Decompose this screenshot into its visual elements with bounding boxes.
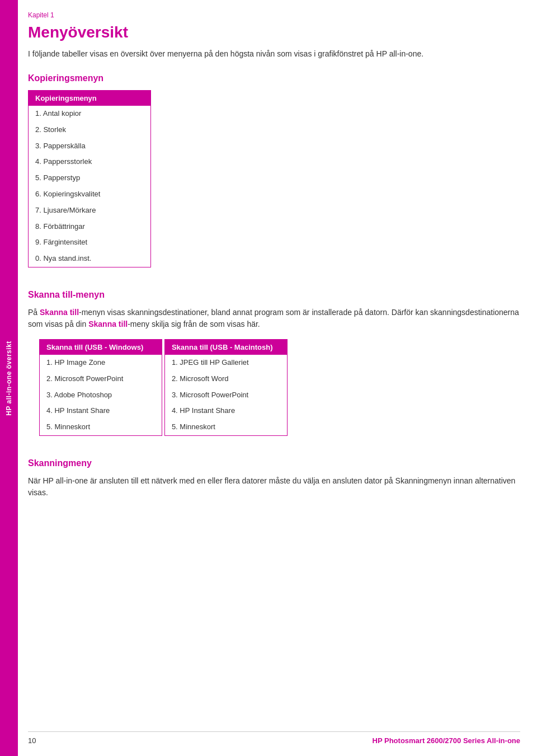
scan-tables-area: Skanna till (USB - Windows) 1. HP Image …	[39, 339, 520, 447]
skanningmeny-highlight: Skanningmenyn	[395, 476, 451, 485]
skanna-intro-part3: -meny skilja sig från de som visas här.	[128, 320, 260, 328]
kopieringsmenyn-item-9: 9. Färgintensitet	[29, 234, 150, 251]
footer-page-number: 10	[28, 736, 36, 745]
footer-product-name: HP Photosmart 2600/2700 Series All-in-on…	[373, 736, 520, 745]
skanna-till-heading: Skanna till-menyn	[28, 290, 520, 300]
kopieringsmenyn-item-4: 4. Pappersstorlek	[29, 154, 150, 170]
sidebar-label: HP all-in-one översikt	[5, 341, 13, 415]
kopieringsmenyn-item-3: 3. Papperskälla	[29, 138, 150, 154]
kopieringsmenyn-table: Kopieringsmenyn 1. Antal kopior 2. Storl…	[28, 90, 151, 267]
kopieringsmenyn-table-header: Kopieringsmenyn	[29, 91, 150, 106]
windows-table-header: Skanna till (USB - Windows)	[40, 340, 162, 355]
windows-item-1: 1. HP Image Zone	[40, 355, 162, 371]
kopieringsmenyn-heading: Kopieringsmenyn	[28, 73, 520, 83]
windows-item-2: 2. Microsoft PowerPoint	[40, 371, 162, 387]
macintosh-item-2: 2. Microsoft Word	[165, 371, 287, 387]
macintosh-item-4: 4. HP Instant Share	[165, 403, 287, 419]
skanna-intro-highlight2: Skanna till	[88, 320, 128, 328]
footer: 10 HP Photosmart 2600/2700 Series All-in…	[28, 731, 520, 745]
chapter-label: Kapitel 1	[28, 11, 520, 19]
skanningmeny-section: Skanningmeny När HP all-in-one är anslut…	[28, 458, 520, 499]
macintosh-table-header: Skanna till (USB - Macintosh)	[165, 340, 287, 355]
kopieringsmenyn-item-2: 2. Storlek	[29, 122, 150, 138]
windows-table: Skanna till (USB - Windows) 1. HP Image …	[39, 339, 162, 436]
macintosh-item-1: 1. JPEG till HP Galleriet	[165, 355, 287, 371]
page-title: Menyöversikt	[28, 24, 520, 41]
windows-item-5: 5. Minneskort	[40, 419, 162, 435]
skanna-intro-highlight1: Skanna till	[40, 308, 79, 317]
macintosh-item-3: 3. Microsoft PowerPoint	[165, 387, 287, 403]
kopieringsmenyn-item-6: 6. Kopieringskvalitet	[29, 186, 150, 203]
skanningmeny-text: När HP all-in-one är ansluten till ett n…	[28, 475, 520, 499]
skanningmeny-heading: Skanningmeny	[28, 458, 520, 468]
main-content: Kapitel 1 Menyöversikt I följande tabell…	[28, 0, 520, 521]
kopieringsmenyn-item-5: 5. Papperstyp	[29, 170, 150, 186]
intro-text: I följande tabeller visas en översikt öv…	[28, 48, 520, 60]
skanna-intro-part1: På	[28, 308, 40, 317]
kopieringsmenyn-item-8: 8. Förbättringar	[29, 219, 150, 235]
kopieringsmenyn-item-7: 7. Ljusare/Mörkare	[29, 203, 150, 219]
macintosh-item-5: 5. Minneskort	[165, 419, 287, 435]
macintosh-table: Skanna till (USB - Macintosh) 1. JPEG ti…	[164, 339, 288, 436]
sidebar: HP all-in-one översikt	[0, 0, 18, 756]
windows-item-3: 3. Adobe Photoshop	[40, 387, 162, 403]
kopieringsmenyn-section: Kopieringsmenyn Kopieringsmenyn 1. Antal…	[28, 73, 520, 279]
skanningmeny-text-part1: När HP all-in-one är ansluten till ett n…	[28, 476, 395, 485]
kopieringsmenyn-item-1: 1. Antal kopior	[29, 106, 150, 122]
kopieringsmenyn-item-0: 0. Nya stand.inst.	[29, 251, 150, 267]
windows-item-4: 4. HP Instant Share	[40, 403, 162, 419]
skanna-till-section: Skanna till-menyn På Skanna till-menyn v…	[28, 290, 520, 447]
skanna-till-intro: På Skanna till-menyn visas skanningsdest…	[28, 307, 520, 330]
